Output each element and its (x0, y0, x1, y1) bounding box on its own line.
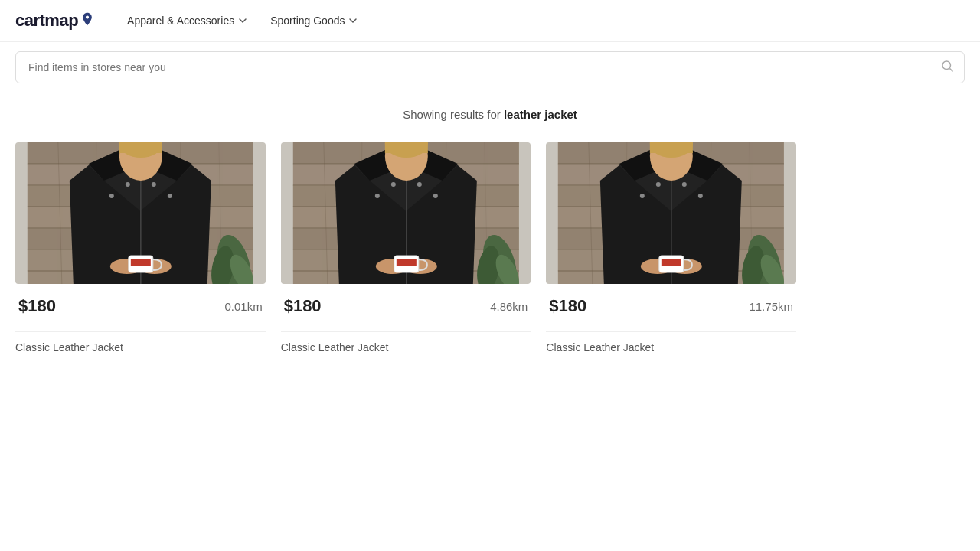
product-price-2: $180 (284, 296, 322, 316)
product-distance-1: 0.01km (224, 300, 262, 313)
results-query: leather jacket (504, 108, 577, 121)
product-name-2: Classic Leather Jacket (281, 341, 531, 354)
search-bar-container (15, 42, 965, 93)
svg-point-35 (126, 182, 130, 187)
chevron-down-icon-2 (348, 16, 358, 25)
product-card-1[interactable]: $180 0.01km Classic Leather Jacket (15, 142, 266, 354)
nav-apparel[interactable]: Apparel & Accessories (118, 10, 256, 31)
svg-point-116 (682, 182, 687, 187)
product-distance-3: 11.75km (749, 300, 793, 313)
nav-apparel-label: Apparel & Accessories (127, 15, 234, 27)
product-card-3[interactable]: $180 11.75km Classic Leather Jacket (546, 142, 796, 354)
svg-point-117 (656, 182, 661, 187)
product-name-1: Classic Leather Jacket (15, 341, 266, 354)
svg-point-0 (942, 61, 951, 70)
svg-point-75 (416, 182, 421, 187)
svg-rect-38 (119, 142, 162, 153)
search-input[interactable] (15, 51, 965, 83)
svg-point-115 (698, 194, 703, 198)
svg-point-34 (152, 182, 156, 187)
chevron-down-icon (238, 16, 247, 25)
product-price-1: $180 (18, 296, 56, 316)
svg-rect-83 (396, 259, 416, 266)
nav-sporting[interactable]: Sporting Goods (261, 10, 367, 31)
svg-rect-79 (384, 142, 427, 153)
product-price-3: $180 (549, 296, 586, 316)
svg-rect-42 (131, 259, 151, 266)
nav-sporting-label: Sporting Goods (270, 15, 345, 27)
product-info-1: $180 0.01km (15, 284, 266, 332)
main-nav: Apparel & Accessories Sporting Goods (118, 10, 367, 31)
product-info-2: $180 4.86km (281, 284, 531, 332)
svg-line-1 (949, 68, 952, 71)
svg-rect-124 (662, 259, 681, 266)
results-prefix: Showing results for (403, 108, 504, 121)
results-header: Showing results for leather jacket (15, 108, 965, 121)
svg-point-114 (640, 194, 645, 198)
svg-point-33 (168, 194, 172, 198)
product-image-1 (15, 142, 266, 284)
svg-point-74 (433, 194, 437, 198)
results-area: Showing results for leather jacket (0, 93, 980, 354)
search-icon (940, 59, 954, 76)
product-image-2 (281, 142, 531, 284)
svg-point-76 (390, 182, 395, 187)
svg-point-73 (374, 194, 379, 198)
brand-logo[interactable]: cartmap (15, 11, 95, 31)
svg-rect-120 (650, 142, 693, 153)
product-image-3 (546, 142, 796, 284)
svg-point-32 (109, 194, 114, 198)
pin-icon (80, 11, 95, 27)
product-grid: $180 0.01km Classic Leather Jacket (15, 142, 796, 354)
product-distance-2: 4.86km (490, 300, 528, 313)
product-card-2[interactable]: $180 4.86km Classic Leather Jacket (281, 142, 531, 354)
brand-name: cartmap (15, 11, 78, 31)
product-name-3: Classic Leather Jacket (546, 341, 796, 354)
product-info-3: $180 11.75km (546, 284, 796, 332)
